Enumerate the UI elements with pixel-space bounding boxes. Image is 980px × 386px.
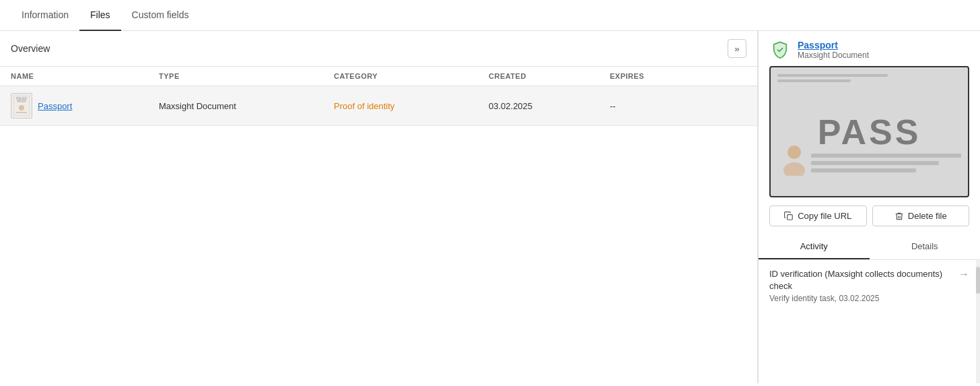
tab-information[interactable]: Information bbox=[11, 0, 79, 31]
passport-person-icon bbox=[781, 142, 808, 176]
file-info-text: Passport Maxsight Document bbox=[798, 40, 869, 60]
created-cell: 03.02.2025 bbox=[489, 101, 610, 111]
copy-url-button[interactable]: Copy file URL bbox=[769, 205, 867, 226]
activity-item[interactable]: ID verification (Maxsight collects docum… bbox=[769, 268, 969, 303]
col-type: TYPE bbox=[159, 72, 334, 80]
activity-item-text: ID verification (Maxsight collects docum… bbox=[769, 268, 953, 303]
passport-deco-line bbox=[777, 74, 888, 77]
expand-button[interactable]: » bbox=[728, 39, 746, 58]
passport-line-2 bbox=[811, 161, 939, 165]
activity-arrow-icon: → bbox=[958, 268, 969, 280]
scrollbar-thumb[interactable] bbox=[976, 267, 980, 294]
tab-details[interactable]: Details bbox=[870, 234, 981, 259]
passport-small-text bbox=[777, 74, 961, 85]
overview-title: Overview bbox=[11, 43, 50, 54]
passport-deco-line2 bbox=[777, 79, 851, 82]
expires-cell: -- bbox=[610, 101, 746, 111]
main-layout: Overview » NAME TYPE CATEGORY CREATED EX… bbox=[0, 31, 980, 383]
table-header: NAME TYPE CATEGORY CREATED EXPIRES bbox=[0, 67, 757, 86]
tab-activity[interactable]: Activity bbox=[759, 234, 870, 259]
svg-point-2 bbox=[19, 105, 24, 110]
category-cell: Proof of identity bbox=[334, 101, 489, 111]
file-actions: Copy file URL Delete file bbox=[759, 205, 980, 234]
col-expires: EXPIRES bbox=[610, 72, 746, 80]
passport-line-1 bbox=[811, 154, 961, 158]
trash-icon bbox=[895, 212, 904, 221]
activity-item-title: ID verification (Maxsight collects docum… bbox=[769, 268, 953, 292]
type-cell: Maxsight Document bbox=[159, 101, 334, 111]
tab-files[interactable]: Files bbox=[79, 0, 121, 31]
tab-custom-fields[interactable]: Custom fields bbox=[121, 0, 200, 31]
tab-bar: Information Files Custom fields bbox=[0, 0, 980, 31]
activity-item-sub: Verify identity task, 03.02.2025 bbox=[769, 294, 953, 303]
svg-point-4 bbox=[788, 146, 801, 159]
svg-rect-6 bbox=[788, 214, 793, 220]
passport-line-3 bbox=[811, 168, 916, 172]
shield-icon-wrap bbox=[769, 39, 791, 61]
passport-preview: PASS bbox=[769, 66, 969, 197]
svg-point-5 bbox=[783, 162, 805, 176]
delete-file-button[interactable]: Delete file bbox=[872, 205, 970, 226]
passport-lines bbox=[811, 154, 961, 176]
file-info-subtext: Maxsight Document bbox=[798, 51, 869, 60]
file-info-name[interactable]: Passport bbox=[798, 40, 869, 51]
svg-rect-3 bbox=[16, 112, 27, 113]
overview-header: Overview » bbox=[0, 31, 757, 67]
passport-preview-inner: PASS bbox=[818, 112, 921, 152]
file-name-link[interactable]: Passport bbox=[38, 101, 72, 111]
col-name: NAME bbox=[11, 72, 159, 80]
file-thumbnail: PASS bbox=[11, 93, 32, 119]
file-name-cell: PASS Passport bbox=[11, 93, 159, 119]
passport-pass-text: PASS bbox=[818, 112, 921, 152]
col-created: CREATED bbox=[489, 72, 610, 80]
activity-tabs: Activity Details bbox=[759, 234, 980, 260]
svg-text:PASS: PASS bbox=[17, 99, 26, 103]
table-row[interactable]: PASS Passport Maxsight Document Proof of… bbox=[0, 86, 757, 126]
copy-url-label: Copy file URL bbox=[798, 211, 851, 221]
file-info-header: Passport Maxsight Document bbox=[759, 31, 980, 66]
right-panel: Passport Maxsight Document PASS bbox=[758, 31, 980, 383]
copy-icon bbox=[784, 212, 794, 221]
shield-icon bbox=[771, 40, 790, 59]
delete-file-label: Delete file bbox=[908, 211, 947, 221]
col-category: CATEGORY bbox=[334, 72, 489, 80]
activity-content: ID verification (Maxsight collects docum… bbox=[759, 260, 980, 383]
scrollbar-area[interactable] bbox=[976, 260, 980, 383]
left-panel: Overview » NAME TYPE CATEGORY CREATED EX… bbox=[0, 31, 758, 383]
